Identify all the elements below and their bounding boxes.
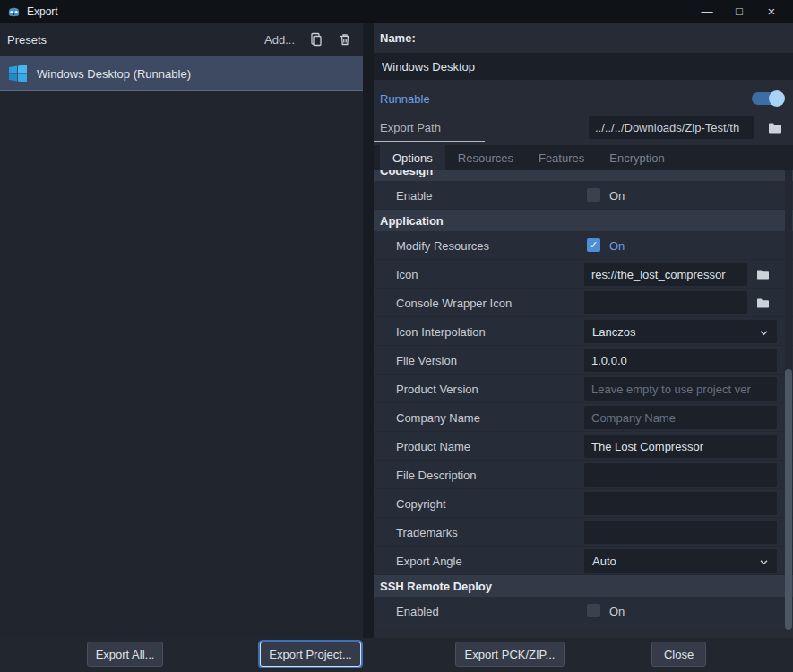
option-row-file-version: File Version bbox=[374, 346, 793, 375]
icon-path-input[interactable] bbox=[584, 263, 747, 286]
presets-header: Presets Add... bbox=[0, 23, 363, 56]
option-label-file-version: File Version bbox=[396, 353, 457, 366]
option-label-product-version: Product Version bbox=[396, 382, 478, 395]
export-path-row: Export Path bbox=[374, 114, 793, 142]
option-label-file-description: File Description bbox=[396, 468, 477, 481]
option-row-export-angle: Export Angle Auto bbox=[374, 547, 793, 575]
tab-resources[interactable]: Resources bbox=[445, 145, 526, 170]
modify-resources-checkbox[interactable] bbox=[587, 238, 600, 252]
icon-folder-icon[interactable] bbox=[752, 263, 773, 285]
add-preset-button[interactable]: Add... bbox=[264, 33, 295, 47]
godot-icon bbox=[7, 5, 21, 19]
trademarks-input[interactable] bbox=[584, 521, 777, 544]
option-row-trademarks: Trademarks bbox=[374, 518, 793, 547]
console-wrapper-folder-icon[interactable] bbox=[752, 292, 773, 314]
preset-item-label: Windows Desktop (Runnable) bbox=[37, 67, 191, 81]
export-path-label: Export Path bbox=[380, 121, 589, 134]
tab-bar: Options Resources Features Encryption bbox=[374, 145, 793, 170]
minimize-button[interactable]: — bbox=[691, 0, 723, 23]
option-row-console-wrapper-icon: Console Wrapper Icon bbox=[374, 289, 793, 317]
option-label-icon-interpolation: Icon Interpolation bbox=[396, 324, 486, 338]
option-row-company-name: Company Name bbox=[374, 403, 793, 432]
export-project-button[interactable]: Export Project... bbox=[260, 642, 361, 667]
dialog-footer: Export All... Export Project... Export P… bbox=[0, 638, 793, 672]
export-pck-zip-button[interactable]: Export PCK/ZIP... bbox=[455, 642, 565, 667]
option-label-modify-resources: Modify Resources bbox=[396, 238, 489, 252]
option-row-icon-interpolation: Icon Interpolation Lanczos bbox=[374, 317, 793, 346]
option-label-trademarks: Trademarks bbox=[396, 525, 458, 538]
modify-resources-checkbox-text: On bbox=[609, 238, 625, 252]
preset-name-input[interactable] bbox=[374, 53, 793, 80]
option-label-enable: Enable bbox=[396, 188, 432, 202]
name-label: Name: bbox=[380, 31, 416, 45]
option-row-copyright: Copyright bbox=[374, 489, 793, 518]
section-header-codesign: Codesign bbox=[374, 170, 793, 181]
file-version-input[interactable] bbox=[584, 349, 777, 372]
window-controls: — □ × bbox=[691, 0, 788, 23]
preset-item-windows-desktop[interactable]: Windows Desktop (Runnable) bbox=[0, 56, 363, 91]
export-path-input[interactable] bbox=[589, 116, 754, 139]
presets-panel: Presets Add... Windows Desktop (Runnable… bbox=[0, 23, 363, 638]
icon-interpolation-dropdown[interactable]: Lanczos bbox=[584, 320, 777, 343]
tab-options[interactable]: Options bbox=[380, 145, 445, 170]
titlebar: Export — □ × bbox=[0, 0, 793, 23]
product-name-input[interactable] bbox=[584, 435, 777, 458]
tab-features[interactable]: Features bbox=[526, 145, 597, 170]
option-label-export-angle: Export Angle bbox=[396, 554, 462, 567]
toggle-knob bbox=[769, 90, 785, 107]
export-angle-dropdown[interactable]: Auto bbox=[584, 549, 777, 573]
copyright-input[interactable] bbox=[584, 492, 777, 515]
close-dialog-button[interactable]: Close bbox=[651, 642, 706, 667]
option-row-file-description: File Description bbox=[374, 461, 793, 489]
chevron-down-icon bbox=[759, 553, 769, 569]
option-label-icon: Icon bbox=[396, 267, 418, 280]
ssh-enabled-checkbox[interactable] bbox=[587, 604, 600, 617]
section-header-application: Application bbox=[374, 210, 793, 231]
export-settings-panel: Name: Runnable Export Path Options Resou… bbox=[374, 23, 793, 638]
option-row-icon: Icon bbox=[374, 260, 793, 289]
close-button[interactable]: × bbox=[755, 0, 788, 23]
scrollbar-thumb[interactable] bbox=[785, 369, 792, 630]
runnable-toggle[interactable] bbox=[752, 92, 784, 105]
tab-encryption[interactable]: Encryption bbox=[597, 145, 677, 170]
maximize-button[interactable]: □ bbox=[723, 0, 755, 23]
options-list: Codesign Enable On Application Modify Re… bbox=[374, 170, 793, 630]
windows-logo-icon bbox=[8, 64, 28, 83]
presets-title: Presets bbox=[7, 33, 47, 47]
option-row-modify-resources: Modify Resources On bbox=[374, 231, 793, 260]
company-name-input[interactable] bbox=[584, 406, 777, 429]
option-label-ssh-enabled: Enabled bbox=[396, 604, 439, 617]
enable-checkbox[interactable] bbox=[587, 188, 600, 202]
ssh-enabled-checkbox-text: On bbox=[609, 604, 625, 617]
option-label-console-wrapper-icon: Console Wrapper Icon bbox=[396, 296, 512, 309]
section-header-ssh-remote-deploy: SSH Remote Deploy bbox=[374, 575, 793, 597]
export-dialog: Export — □ × Presets Add... Windows Desk… bbox=[0, 0, 793, 672]
chevron-down-icon bbox=[759, 323, 769, 340]
option-label-product-name: Product Name bbox=[396, 439, 470, 452]
console-wrapper-icon-input[interactable] bbox=[584, 291, 747, 314]
export-all-button[interactable]: Export All... bbox=[87, 642, 163, 667]
option-row-enable: Enable On bbox=[374, 181, 793, 210]
product-version-input[interactable] bbox=[584, 377, 777, 401]
option-label-company-name: Company Name bbox=[396, 410, 480, 424]
duplicate-preset-icon[interactable] bbox=[309, 32, 323, 47]
file-description-input[interactable] bbox=[584, 463, 777, 487]
option-row-product-name: Product Name bbox=[374, 432, 793, 461]
option-row-ssh-enabled: Enabled On bbox=[374, 597, 793, 625]
option-label-copyright: Copyright bbox=[396, 496, 446, 510]
export-path-folder-icon[interactable] bbox=[763, 117, 787, 139]
delete-preset-icon[interactable] bbox=[338, 32, 352, 47]
enable-checkbox-text: On bbox=[609, 188, 625, 202]
option-row-product-version: Product Version bbox=[374, 375, 793, 403]
runnable-row: Runnable bbox=[374, 83, 793, 114]
options-scrollbar[interactable] bbox=[785, 170, 792, 630]
runnable-label: Runnable bbox=[380, 92, 430, 106]
focus-underline bbox=[374, 141, 485, 142]
window-title: Export bbox=[27, 5, 58, 18]
